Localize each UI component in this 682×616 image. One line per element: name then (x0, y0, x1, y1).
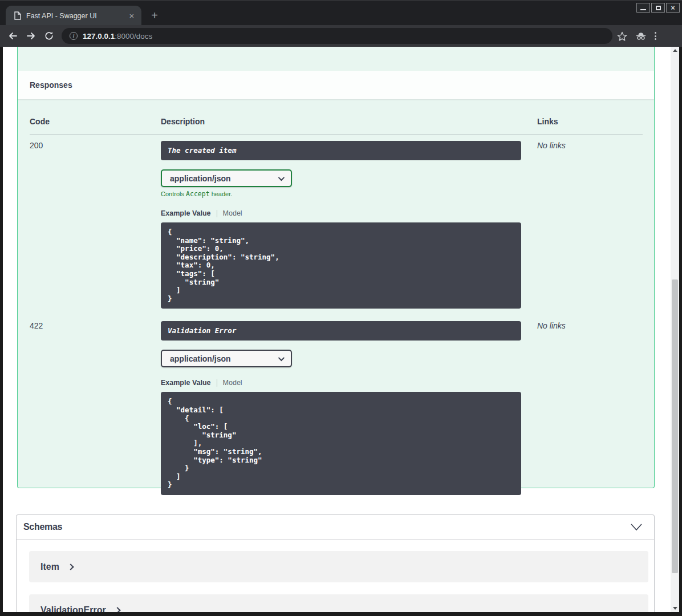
forward-arrow-icon (26, 31, 36, 40)
tab-model[interactable]: Model (223, 209, 242, 217)
schemas-section: Schemas Item ValidationError (16, 514, 655, 612)
url-path: :8000/docs (115, 32, 152, 40)
scroll-down-arrow[interactable] (671, 605, 679, 612)
table-row-200: 200 The created item application/json Co… (30, 135, 643, 309)
chevron-down-icon (278, 355, 285, 361)
chevron-right-icon (114, 607, 120, 612)
example-model-tabs: Example Value Model (161, 379, 537, 387)
minimize-icon (640, 9, 646, 10)
responses-table-head: Code Description Links (30, 117, 643, 135)
response-description-cell: The created item application/json Contro… (161, 135, 537, 309)
browser-tab[interactable]: Fast API - Swagger UI × (6, 6, 141, 26)
tab-title: Fast API - Swagger UI (26, 12, 127, 20)
window-frame-right (679, 47, 682, 616)
response-code: 422 (30, 315, 161, 495)
browser-window: Fast API - Swagger UI × + × (0, 0, 682, 616)
tab-example-value[interactable]: Example Value (161, 379, 211, 387)
response-links: No links (537, 315, 643, 495)
triangle-down-icon (673, 607, 677, 610)
opblock-spacer (18, 47, 654, 71)
maximize-icon (656, 6, 661, 10)
media-type-select[interactable]: application/json (161, 169, 292, 187)
tab-divider (217, 379, 217, 387)
page-favicon-icon (14, 11, 21, 20)
example-model-tabs: Example Value Model (161, 209, 537, 217)
col-header-links: Links (537, 117, 643, 135)
url-text: 127.0.0.1:8000/docs (83, 32, 152, 40)
scrollbar-thumb[interactable] (672, 279, 678, 573)
reload-icon (44, 31, 54, 40)
tab-divider (217, 210, 217, 217)
example-json: { "name": "string", "price": 0, "descrip… (161, 222, 521, 309)
chevron-down-icon[interactable] (630, 523, 643, 531)
table-row-422: 422 Validation Error application/json Ex… (30, 315, 643, 495)
response-description: Validation Error (161, 321, 521, 341)
responses-title: Responses (30, 80, 72, 90)
responses-table: Code Description Links 200 The created i… (18, 99, 654, 506)
model-validationerror[interactable]: ValidationError (29, 594, 648, 612)
schemas-model-list: Item ValidationError (17, 540, 654, 612)
page-viewport: Responses Code Description Links 200 The… (3, 47, 671, 612)
triangle-up-icon (673, 49, 677, 52)
schemas-title: Schemas (23, 522, 62, 532)
back-arrow-icon (8, 31, 18, 40)
maximize-button[interactable] (651, 3, 665, 13)
incognito-icon (635, 31, 647, 40)
bookmark-star-icon[interactable] (617, 31, 627, 41)
col-header-code: Code (30, 117, 161, 135)
forward-button[interactable] (23, 28, 39, 44)
scroll-up-arrow[interactable] (671, 47, 679, 54)
schemas-section-header[interactable]: Schemas (17, 515, 654, 540)
close-button[interactable]: × (666, 3, 680, 13)
media-type-select[interactable]: application/json (161, 350, 292, 367)
response-links: No links (537, 135, 643, 309)
window-frame-bottom (0, 612, 682, 616)
address-bar[interactable]: i 127.0.0.1:8000/docs (62, 28, 612, 44)
close-icon: × (671, 5, 675, 11)
response-description-cell: Validation Error application/json Exampl… (161, 315, 537, 495)
tab-close-icon[interactable]: × (127, 11, 137, 21)
post-endpoint-block: Responses Code Description Links 200 The… (17, 47, 655, 488)
col-header-description: Description (161, 117, 537, 135)
browser-menu-icon[interactable] (655, 32, 656, 40)
reload-button[interactable] (41, 28, 57, 44)
browser-titlebar: Fast API - Swagger UI × + × (0, 0, 682, 25)
back-button[interactable] (5, 28, 21, 44)
tab-example-value[interactable]: Example Value (161, 209, 211, 217)
example-json: { "detail": [ { "loc": [ "string" ], "ms… (161, 392, 521, 495)
site-info-icon[interactable]: i (70, 32, 78, 40)
browser-toolbar: i 127.0.0.1:8000/docs (0, 25, 682, 47)
responses-section-header: Responses (18, 71, 654, 99)
accept-header-note: Controls Accept header. (161, 190, 537, 198)
chevron-down-icon (278, 174, 285, 180)
tab-model[interactable]: Model (223, 379, 242, 387)
chevron-right-icon (67, 564, 74, 570)
model-item[interactable]: Item (29, 551, 648, 582)
minimize-button[interactable] (636, 3, 650, 13)
toolbar-right-icons (617, 31, 656, 41)
new-tab-button[interactable]: + (147, 10, 162, 22)
page-scrollbar[interactable] (671, 47, 679, 612)
response-code: 200 (30, 135, 161, 309)
url-host: 127.0.0.1 (83, 32, 115, 40)
window-controls: × (636, 3, 680, 13)
response-description: The created item (161, 141, 521, 160)
window-frame-left (0, 47, 3, 616)
